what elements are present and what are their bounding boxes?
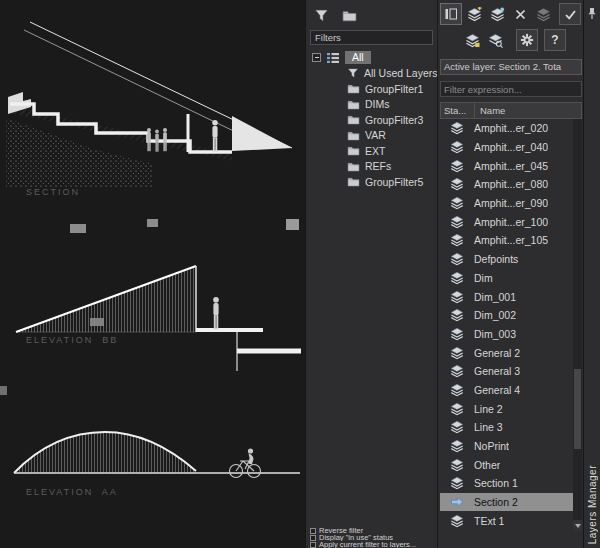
layer-name[interactable]: Other xyxy=(474,459,500,471)
layer-row[interactable]: Line 2 xyxy=(440,399,573,418)
checkbox-icon[interactable] xyxy=(310,528,316,534)
layer-row[interactable]: General 3 xyxy=(440,362,573,381)
help-button[interactable]: ? xyxy=(544,29,566,51)
layer-row[interactable]: Dim_001 xyxy=(440,287,573,306)
layer-status-cell[interactable] xyxy=(440,159,474,173)
layer-row[interactable]: Amphit...er_045 xyxy=(440,156,573,175)
layer-name[interactable]: TExt 1 xyxy=(474,515,504,527)
layer-status-cell[interactable] xyxy=(440,514,474,528)
drawing-canvas[interactable]: SECTION ELEVATION BB ELEVATION AA xyxy=(0,0,305,548)
filter-tree-item[interactable]: GroupFilter5 xyxy=(310,174,436,190)
layer-row[interactable]: Dim_002 xyxy=(440,306,573,325)
collapse-expander-icon[interactable] xyxy=(312,53,321,62)
filter-properties-button[interactable] xyxy=(310,4,332,26)
layer-row[interactable]: Section 2 xyxy=(440,493,573,512)
new-group-filter-button[interactable] xyxy=(338,4,360,26)
layer-row[interactable]: General 2 xyxy=(440,343,573,362)
layer-status-cell[interactable] xyxy=(440,420,474,434)
layer-name[interactable]: General 2 xyxy=(474,347,520,359)
scroll-down-button[interactable] xyxy=(573,520,582,531)
filter-tree-root[interactable]: All xyxy=(310,50,436,66)
layer-row[interactable]: General 4 xyxy=(440,381,573,400)
layer-status-icon[interactable] xyxy=(450,420,464,434)
layer-row[interactable]: TExt 1 xyxy=(440,511,573,530)
layer-name[interactable]: Amphit...er_040 xyxy=(474,141,548,153)
new-layer-button[interactable] xyxy=(463,3,485,25)
layer-status-cell[interactable] xyxy=(440,402,474,416)
layer-name[interactable]: Section 2 xyxy=(474,496,518,508)
layer-name[interactable]: Amphit...er_105 xyxy=(474,234,548,246)
layer-status-cell[interactable] xyxy=(440,346,474,360)
layer-name[interactable]: Dim_003 xyxy=(474,328,516,340)
layer-row[interactable]: NoPrint xyxy=(440,437,573,456)
layer-status-icon[interactable] xyxy=(450,476,464,490)
layer-status-icon[interactable] xyxy=(450,439,464,453)
layer-status-icon[interactable] xyxy=(450,402,464,416)
dock-panel-button[interactable] xyxy=(440,3,462,25)
layer-name[interactable]: Dim xyxy=(474,272,493,284)
layer-status-cell[interactable] xyxy=(440,121,474,135)
layer-status-icon[interactable] xyxy=(450,327,464,341)
layer-status-cell[interactable] xyxy=(440,290,474,304)
layer-name[interactable]: Amphit...er_045 xyxy=(474,160,548,172)
layer-status-cell[interactable] xyxy=(440,476,474,490)
layer-name[interactable]: Dim_001 xyxy=(474,291,516,303)
layer-status-icon[interactable] xyxy=(450,252,464,266)
layer-status-cell[interactable] xyxy=(440,196,474,210)
find-layer-button[interactable] xyxy=(484,29,506,51)
layer-status-icon[interactable] xyxy=(450,215,464,229)
layer-name[interactable]: Line 3 xyxy=(474,421,503,433)
filter-expression-input[interactable] xyxy=(440,81,582,97)
layer-status-icon[interactable] xyxy=(450,177,464,191)
layer-status-cell[interactable] xyxy=(440,233,474,247)
filter-tree-item[interactable]: REFs xyxy=(310,159,436,175)
layer-status-cell[interactable] xyxy=(440,383,474,397)
layer-status-icon[interactable] xyxy=(450,308,464,322)
filter-tree-item[interactable]: EXT xyxy=(310,143,436,159)
layer-status-cell[interactable] xyxy=(440,252,474,266)
layer-status-cell[interactable] xyxy=(440,458,474,472)
layer-status-cell[interactable] xyxy=(440,271,474,285)
filter-option[interactable]: Apply current filter to layers... xyxy=(310,541,437,548)
layer-name[interactable]: Amphit...er_090 xyxy=(474,197,548,209)
pin-icon[interactable] xyxy=(586,6,598,24)
layer-status-icon[interactable] xyxy=(450,196,464,210)
layer-name[interactable]: Amphit...er_080 xyxy=(474,178,548,190)
layer-status-cell[interactable] xyxy=(440,140,474,154)
filter-tree-item[interactable]: GroupFilter1 xyxy=(310,81,436,97)
layer-name[interactable]: General 4 xyxy=(474,384,520,396)
delete-layer-button[interactable] xyxy=(509,3,531,25)
settings-button[interactable] xyxy=(516,29,538,51)
layer-status-icon[interactable] xyxy=(450,346,464,360)
layer-status-cell[interactable] xyxy=(440,308,474,322)
layer-name[interactable]: Section 1 xyxy=(474,477,518,489)
layer-name[interactable]: General 3 xyxy=(474,365,520,377)
layer-name[interactable]: Amphit...er_020 xyxy=(474,122,548,134)
layer-status-cell[interactable] xyxy=(440,364,474,378)
layer-status-icon[interactable] xyxy=(450,159,464,173)
layer-name[interactable]: Dim_002 xyxy=(474,309,516,321)
layer-row[interactable]: Amphit...er_020 xyxy=(440,119,573,138)
layer-status-icon[interactable] xyxy=(450,121,464,135)
layer-row[interactable]: Section 1 xyxy=(440,474,573,493)
filter-tree-item[interactable]: VAR xyxy=(310,128,436,144)
filter-option[interactable]: Reverse filter xyxy=(310,527,437,534)
layer-row[interactable]: Defpoints xyxy=(440,250,573,269)
checkbox-icon[interactable] xyxy=(310,542,316,548)
layer-name[interactable]: Defpoints xyxy=(474,253,518,265)
filter-tree-item[interactable]: All Used Layers xyxy=(310,66,436,82)
layer-row[interactable]: Line 3 xyxy=(440,418,573,437)
layer-status-cell[interactable] xyxy=(440,495,474,509)
layers-scrollbar[interactable] xyxy=(573,119,582,531)
tree-root-label[interactable]: All xyxy=(345,51,371,64)
layer-status-icon[interactable] xyxy=(450,458,464,472)
side-tab-layers-manager[interactable]: Layers Manager xyxy=(587,465,598,544)
layer-status-icon[interactable] xyxy=(450,290,464,304)
layer-row[interactable]: Amphit...er_080 xyxy=(440,175,573,194)
layer-status-cell[interactable] xyxy=(440,327,474,341)
layer-row[interactable]: Amphit...er_090 xyxy=(440,194,573,213)
layer-row[interactable]: Amphit...er_105 xyxy=(440,231,573,250)
layer-states-button[interactable] xyxy=(532,3,554,25)
column-status[interactable]: Sta... xyxy=(441,103,475,118)
layer-row[interactable]: Other xyxy=(440,455,573,474)
